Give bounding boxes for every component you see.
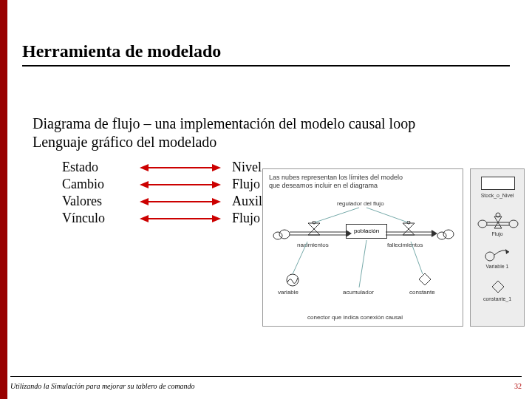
svg-point-39 — [485, 252, 494, 261]
page-number: 32 — [514, 382, 522, 390]
svg-line-32 — [411, 242, 423, 274]
label-flujo: Flujo — [471, 231, 524, 236]
map-arrow-2 — [129, 197, 232, 207]
svg-marker-1 — [140, 164, 149, 171]
double-arrow-icon — [140, 163, 221, 173]
svg-marker-2 — [212, 164, 221, 171]
accent-bar — [0, 0, 7, 399]
svg-marker-10 — [140, 215, 149, 222]
label-variable1: Variable 1 — [471, 264, 524, 269]
svg-line-31 — [359, 240, 366, 287]
label-conector: conector que indica conexión causal — [307, 314, 403, 321]
map-left-0: Estado — [62, 160, 129, 175]
map-arrow-3 — [129, 214, 232, 224]
svg-marker-5 — [212, 181, 221, 188]
diagram-legend: Stock_o_Nivel Flujo Variable 1 constante… — [470, 168, 525, 327]
double-arrow-icon — [140, 180, 221, 190]
svg-marker-8 — [212, 198, 221, 205]
double-arrow-icon — [140, 214, 221, 224]
svg-marker-11 — [212, 215, 221, 222]
footer-rule — [10, 376, 522, 377]
diamond-icon — [491, 280, 505, 293]
svg-marker-41 — [492, 281, 504, 293]
svg-line-30 — [293, 242, 307, 274]
svg-marker-40 — [505, 249, 509, 254]
page-title: Herramienta de modelado — [22, 41, 221, 61]
footer-text: Utilizando la Simulación para mejorar su… — [10, 382, 195, 390]
svg-line-28 — [315, 208, 359, 222]
svg-marker-7 — [140, 198, 149, 205]
double-arrow-icon — [140, 197, 221, 207]
svg-point-33 — [478, 220, 487, 228]
map-arrow-0 — [129, 163, 232, 173]
variable-connector-icon — [484, 245, 512, 262]
map-arrow-1 — [129, 180, 232, 190]
label-constante1: constante_1 — [471, 296, 524, 301]
title-underline — [22, 65, 510, 66]
label-stock: Stock_o_Nivel — [471, 193, 524, 198]
body-line-2: Lenguaje gráfico del modelado — [33, 133, 505, 151]
svg-marker-4 — [140, 181, 149, 188]
svg-line-29 — [366, 208, 408, 222]
slide: Herramienta de modelado Diagrama de fluj… — [0, 0, 532, 399]
pointer-lines — [263, 169, 464, 327]
stock-box-icon — [481, 177, 515, 190]
map-left-2: Valores — [62, 194, 129, 209]
body-text: Diagrama de flujo – una implementación d… — [33, 115, 505, 151]
diagram-stock-flow: Las nubes representan los límites del mo… — [262, 168, 463, 327]
svg-point-34 — [509, 220, 518, 228]
map-left-3: Vínculo — [62, 211, 129, 226]
body-line-1: Diagrama de flujo – una implementación d… — [33, 115, 505, 133]
flow-icon — [477, 209, 519, 230]
map-left-1: Cambio — [62, 177, 129, 192]
